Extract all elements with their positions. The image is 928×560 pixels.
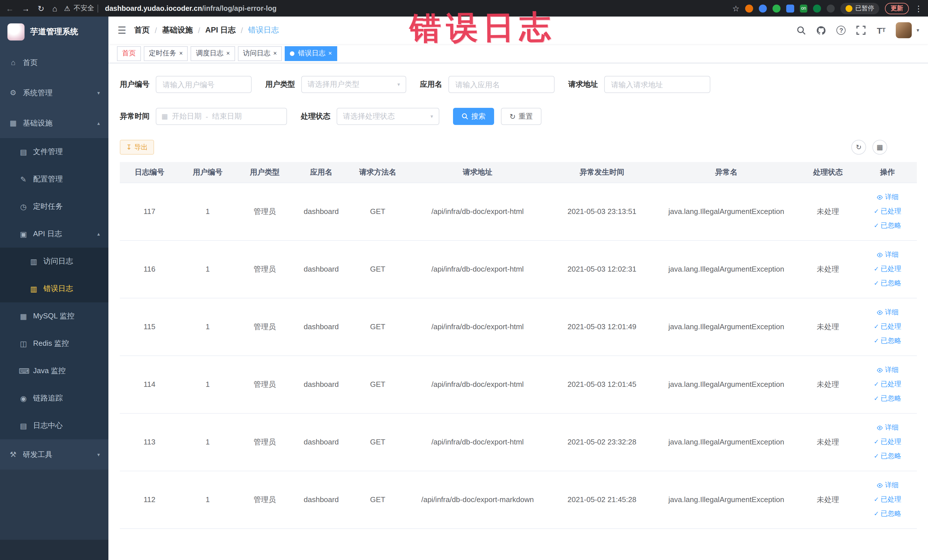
refresh-table-button[interactable]: ↻: [851, 140, 866, 155]
tab-error-log[interactable]: 错误日志×: [285, 46, 337, 61]
mark-ignored-link[interactable]: ✓已忽略: [858, 334, 917, 348]
sidebar-item-mysql-monitor[interactable]: ▦ MySQL 监控: [0, 302, 108, 330]
mark-processed-link[interactable]: ✓已处理: [858, 319, 917, 334]
mark-processed-link[interactable]: ✓已处理: [858, 492, 917, 507]
extension-on-badge[interactable]: on: [800, 4, 807, 12]
detail-link[interactable]: 详细: [858, 248, 917, 262]
github-icon[interactable]: [816, 25, 826, 35]
user-id-input[interactable]: [156, 76, 252, 93]
avatar[interactable]: [896, 22, 912, 38]
check-icon: ✓: [874, 218, 879, 233]
close-tab-icon[interactable]: ×: [226, 50, 230, 56]
search-icon[interactable]: [796, 25, 806, 35]
sidebar-item-system-management[interactable]: ⚙ 系统管理 ▾: [0, 78, 108, 108]
sidebar-item-java-monitor[interactable]: ⌨ Java 监控: [0, 357, 108, 385]
user-type-select[interactable]: 请选择用户类型 ▾: [301, 76, 406, 93]
detail-link[interactable]: 详细: [858, 421, 917, 435]
column-settings-button[interactable]: ▦: [872, 140, 887, 155]
sidebar-item-label: 文件管理: [33, 146, 63, 157]
main-area: ☰ 首页 / 基础设施 / API 日志 / 错误日志 ?: [108, 17, 928, 560]
reload-icon[interactable]: ↻: [38, 4, 44, 13]
search-button[interactable]: 搜索: [453, 108, 494, 125]
sidebar-item-config-management[interactable]: ✎ 配置管理: [0, 165, 108, 193]
mark-ignored-link[interactable]: ✓已忽略: [858, 218, 917, 233]
browser-menu-icon[interactable]: ⋮: [914, 4, 923, 13]
paused-label: 已暂停: [855, 4, 874, 12]
logo-title: 芋道管理系统: [30, 27, 78, 37]
cell-log-id: 116: [120, 240, 179, 298]
process-status-select[interactable]: 请选择处理状态 ▾: [337, 108, 439, 125]
app-name-input[interactable]: [449, 76, 554, 93]
tab-home[interactable]: 首页: [117, 46, 141, 61]
check-icon: ✓: [874, 391, 879, 406]
bookmark-star-icon[interactable]: ☆: [732, 4, 739, 13]
cell-app-name: dashboard: [293, 471, 349, 528]
cell-user-id: 1: [179, 298, 236, 356]
tab-scheduled-tasks[interactable]: 定时任务×: [144, 46, 188, 61]
filter-user-type: 用户类型 请选择用户类型 ▾: [265, 76, 406, 93]
cell-method: GET: [349, 240, 406, 298]
detail-link[interactable]: 详细: [858, 305, 917, 319]
browser-chrome: ← → ↻ ⌂ ⚠ 不安全 dashboard.yudao.iocoder.cn…: [0, 0, 928, 17]
font-size-icon[interactable]: TT: [876, 25, 886, 35]
extension-icon-1[interactable]: [745, 4, 753, 12]
mark-processed-link[interactable]: ✓已处理: [858, 377, 917, 391]
request-url-input[interactable]: [604, 76, 710, 93]
security-chip[interactable]: ⚠ 不安全: [64, 3, 98, 13]
sidebar-item-trace[interactable]: ◉ 链路追踪: [0, 385, 108, 412]
detail-link[interactable]: 详细: [858, 478, 917, 492]
sidebar-item-scheduled-tasks[interactable]: ◷ 定时任务: [0, 193, 108, 220]
update-button[interactable]: 更新: [885, 3, 909, 14]
sidebar-item-log-center[interactable]: ▤ 日志中心: [0, 412, 108, 439]
breadcrumb-api-log[interactable]: API 日志: [205, 25, 236, 35]
help-icon[interactable]: ?: [836, 25, 846, 35]
sidebar-item-devtools[interactable]: ⚒ 研发工具 ▾: [0, 439, 108, 470]
date-range-picker[interactable]: ▦ 开始日期 - 结束日期: [156, 108, 287, 125]
sidebar-item-error-log[interactable]: ▥ 错误日志: [0, 275, 108, 302]
col-app-name: 应用名: [293, 162, 349, 183]
reset-button[interactable]: ↻ 重置: [501, 108, 542, 125]
back-icon[interactable]: ←: [6, 4, 14, 13]
sidebar-item-file-management[interactable]: ▤ 文件管理: [0, 138, 108, 165]
logo[interactable]: 芋道管理系统: [0, 17, 108, 47]
chevron-down-icon[interactable]: ▾: [917, 27, 919, 33]
check-icon: ✓: [874, 319, 879, 334]
sidebar-item-api-log[interactable]: ▣ API 日志 ▴: [0, 220, 108, 248]
download-icon: ↧: [126, 143, 132, 151]
hamburger-icon[interactable]: ☰: [118, 24, 127, 36]
mark-processed-link[interactable]: ✓已处理: [858, 435, 917, 449]
mark-processed-link[interactable]: ✓已处理: [858, 262, 917, 276]
filter-process-status: 处理状态 请选择处理状态 ▾: [301, 108, 439, 125]
mark-ignored-link[interactable]: ✓已忽略: [858, 507, 917, 521]
tab-access-log[interactable]: 访问日志×: [238, 46, 282, 61]
sidebar-item-access-log[interactable]: ▥ 访问日志: [0, 248, 108, 275]
sidebar-item-infrastructure[interactable]: ▦ 基础设施 ▴: [0, 108, 108, 138]
extension-icon-2[interactable]: [759, 4, 767, 12]
paused-badge[interactable]: 已暂停: [840, 3, 879, 14]
tab-dispatch-log[interactable]: 调度日志×: [191, 46, 235, 61]
forward-icon[interactable]: →: [22, 4, 30, 13]
address-bar[interactable]: dashboard.yudao.iocoder.cn/infra/log/api…: [105, 4, 725, 12]
close-tab-icon[interactable]: ×: [179, 50, 183, 56]
mark-ignored-link[interactable]: ✓已忽略: [858, 391, 917, 406]
fullscreen-icon[interactable]: [856, 25, 866, 35]
home-icon[interactable]: ⌂: [52, 4, 57, 13]
sidebar-item-label: 配置管理: [33, 174, 63, 184]
mark-ignored-link[interactable]: ✓已忽略: [858, 276, 917, 290]
export-button[interactable]: ↧ 导出: [120, 140, 154, 155]
detail-link[interactable]: 详细: [858, 363, 917, 377]
extension-icon-5[interactable]: [813, 4, 821, 12]
chevron-up-icon: ▴: [97, 231, 100, 237]
sidebar-item-redis-monitor[interactable]: ◫ Redis 监控: [0, 330, 108, 357]
detail-link[interactable]: 详细: [858, 190, 917, 204]
extension-icon-6[interactable]: [827, 4, 835, 12]
close-tab-icon[interactable]: ×: [328, 50, 332, 56]
breadcrumb-home[interactable]: 首页: [134, 25, 150, 35]
sidebar-item-home[interactable]: ⌂ 首页: [0, 47, 108, 78]
mark-processed-link[interactable]: ✓已处理: [858, 204, 917, 218]
mark-ignored-link[interactable]: ✓已忽略: [858, 449, 917, 463]
breadcrumb-infrastructure[interactable]: 基础设施: [162, 25, 193, 35]
extension-icon-4[interactable]: [786, 4, 794, 12]
close-tab-icon[interactable]: ×: [273, 50, 277, 56]
extension-icon-3[interactable]: [772, 4, 780, 12]
